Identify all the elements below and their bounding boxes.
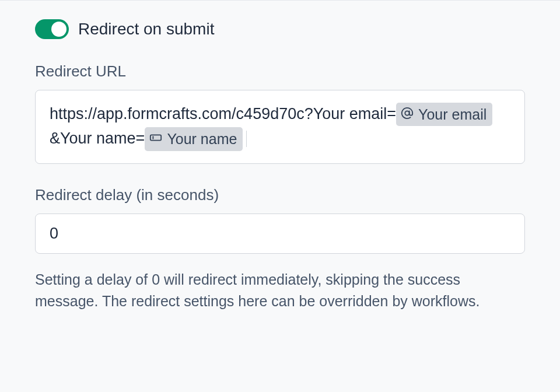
- redirect-url-input[interactable]: https://app.formcrafts.com/c459d70c?Your…: [35, 90, 525, 164]
- redirect-on-submit-toggle[interactable]: [35, 19, 69, 39]
- text-field-icon: [149, 128, 162, 150]
- variable-chip-email[interactable]: Your email: [396, 103, 492, 127]
- svg-point-0: [405, 111, 409, 115]
- redirect-toggle-row: Redirect on submit: [35, 19, 525, 39]
- redirect-delay-label: Redirect delay (in seconds): [35, 186, 525, 204]
- redirect-help-text: Setting a delay of 0 will redirect immed…: [35, 269, 525, 313]
- svg-rect-1: [150, 135, 161, 140]
- redirect-settings-panel: Redirect on submit Redirect URL https://…: [0, 0, 560, 331]
- text-cursor: [246, 131, 247, 147]
- url-text-prefix: https://app.formcrafts.com/c459d70c?Your…: [50, 105, 396, 123]
- delay-value: 0: [50, 225, 58, 242]
- redirect-on-submit-label: Redirect on submit: [78, 20, 214, 38]
- toggle-knob: [51, 22, 66, 37]
- redirect-delay-input[interactable]: 0: [35, 214, 525, 254]
- at-icon: [401, 103, 414, 126]
- redirect-url-label: Redirect URL: [35, 62, 525, 80]
- chip-label: Your name: [167, 128, 237, 150]
- chip-label: Your email: [418, 103, 487, 126]
- variable-chip-name[interactable]: Your name: [145, 127, 243, 151]
- url-text-mid: &Your name=: [50, 130, 145, 147]
